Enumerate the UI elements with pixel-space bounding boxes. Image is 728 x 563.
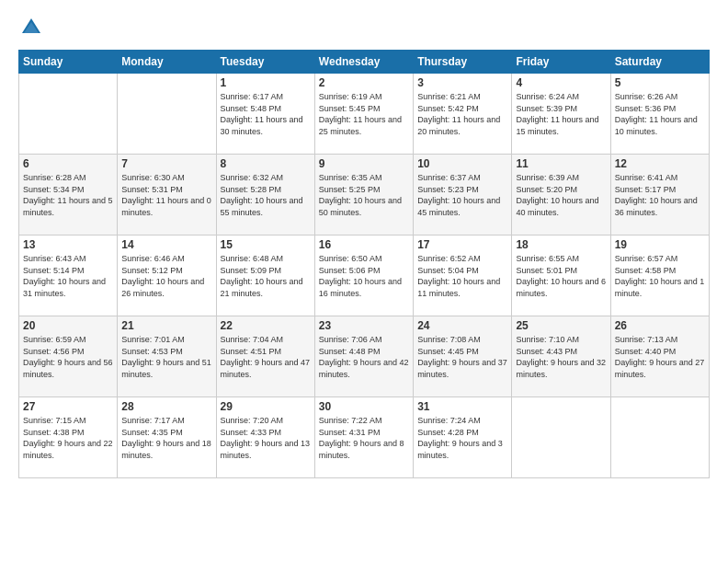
- day-number: 10: [417, 157, 507, 170]
- calendar-cell: 11Sunrise: 6:39 AM Sunset: 5:20 PM Dayli…: [512, 155, 610, 236]
- calendar-cell: 24Sunrise: 7:08 AM Sunset: 4:45 PM Dayli…: [414, 316, 512, 397]
- calendar-cell: 9Sunrise: 6:35 AM Sunset: 5:25 PM Daylig…: [314, 155, 413, 236]
- day-info: Sunrise: 7:17 AM Sunset: 4:35 PM Dayligh…: [121, 415, 211, 461]
- calendar-cell: 22Sunrise: 7:04 AM Sunset: 4:51 PM Dayli…: [216, 316, 314, 397]
- day-number: 25: [516, 319, 606, 332]
- day-info: Sunrise: 7:22 AM Sunset: 4:31 PM Dayligh…: [319, 415, 409, 461]
- header-cell-friday: Friday: [512, 51, 610, 74]
- day-info: Sunrise: 6:17 AM Sunset: 5:48 PM Dayligh…: [221, 91, 311, 137]
- calendar-cell: 5Sunrise: 6:26 AM Sunset: 5:36 PM Daylig…: [610, 74, 709, 155]
- day-info: Sunrise: 6:43 AM Sunset: 5:14 PM Dayligh…: [23, 253, 113, 299]
- day-number: 13: [23, 238, 113, 251]
- day-info: Sunrise: 6:32 AM Sunset: 5:28 PM Dayligh…: [221, 172, 311, 218]
- calendar-cell: 6Sunrise: 6:28 AM Sunset: 5:34 PM Daylig…: [19, 155, 118, 236]
- day-info: Sunrise: 7:24 AM Sunset: 4:28 PM Dayligh…: [417, 415, 507, 461]
- day-number: 5: [615, 76, 705, 89]
- calendar-cell: 29Sunrise: 7:20 AM Sunset: 4:33 PM Dayli…: [216, 397, 314, 478]
- header-cell-sunday: Sunday: [19, 51, 118, 74]
- day-number: 8: [221, 157, 311, 170]
- week-row-2: 6Sunrise: 6:28 AM Sunset: 5:34 PM Daylig…: [19, 155, 710, 236]
- calendar-cell: 17Sunrise: 6:52 AM Sunset: 5:04 PM Dayli…: [414, 236, 512, 316]
- day-info: Sunrise: 6:19 AM Sunset: 5:45 PM Dayligh…: [319, 91, 409, 137]
- day-number: 4: [516, 76, 606, 89]
- day-info: Sunrise: 7:01 AM Sunset: 4:53 PM Dayligh…: [121, 334, 211, 380]
- logo: [18, 15, 48, 40]
- week-row-4: 20Sunrise: 6:59 AM Sunset: 4:56 PM Dayli…: [19, 316, 710, 397]
- page: SundayMondayTuesdayWednesdayThursdayFrid…: [0, 0, 728, 563]
- day-number: 29: [221, 400, 311, 413]
- calendar-cell: 25Sunrise: 7:10 AM Sunset: 4:43 PM Dayli…: [512, 316, 610, 397]
- day-number: 27: [23, 400, 113, 413]
- day-info: Sunrise: 6:39 AM Sunset: 5:20 PM Dayligh…: [516, 172, 606, 218]
- day-number: 21: [121, 319, 211, 332]
- day-number: 19: [615, 238, 705, 251]
- day-number: 11: [516, 157, 606, 170]
- day-info: Sunrise: 7:15 AM Sunset: 4:38 PM Dayligh…: [23, 415, 113, 461]
- week-row-3: 13Sunrise: 6:43 AM Sunset: 5:14 PM Dayli…: [19, 236, 710, 316]
- day-number: 17: [417, 238, 507, 251]
- day-info: Sunrise: 7:10 AM Sunset: 4:43 PM Dayligh…: [516, 334, 606, 380]
- calendar-cell: 7Sunrise: 6:30 AM Sunset: 5:31 PM Daylig…: [118, 155, 216, 236]
- logo-icon: [18, 15, 44, 40]
- day-number: 15: [221, 238, 311, 251]
- calendar-cell: 30Sunrise: 7:22 AM Sunset: 4:31 PM Dayli…: [314, 397, 413, 478]
- day-info: Sunrise: 6:50 AM Sunset: 5:06 PM Dayligh…: [319, 253, 409, 299]
- calendar-cell: 15Sunrise: 6:48 AM Sunset: 5:09 PM Dayli…: [216, 236, 314, 316]
- day-number: 31: [417, 400, 507, 413]
- day-info: Sunrise: 6:55 AM Sunset: 5:01 PM Dayligh…: [516, 253, 606, 299]
- calendar-cell: 3Sunrise: 6:21 AM Sunset: 5:42 PM Daylig…: [414, 74, 512, 155]
- calendar-cell: 14Sunrise: 6:46 AM Sunset: 5:12 PM Dayli…: [118, 236, 216, 316]
- day-number: 18: [516, 238, 606, 251]
- day-number: 2: [319, 76, 409, 89]
- day-number: 7: [121, 157, 211, 170]
- calendar-cell: [118, 74, 216, 155]
- calendar-cell: 12Sunrise: 6:41 AM Sunset: 5:17 PM Dayli…: [610, 155, 709, 236]
- day-info: Sunrise: 6:28 AM Sunset: 5:34 PM Dayligh…: [23, 172, 113, 218]
- day-info: Sunrise: 6:48 AM Sunset: 5:09 PM Dayligh…: [221, 253, 311, 299]
- day-info: Sunrise: 6:21 AM Sunset: 5:42 PM Dayligh…: [417, 91, 507, 137]
- day-info: Sunrise: 6:46 AM Sunset: 5:12 PM Dayligh…: [121, 253, 211, 299]
- header-cell-thursday: Thursday: [414, 51, 512, 74]
- calendar-cell: 26Sunrise: 7:13 AM Sunset: 4:40 PM Dayli…: [610, 316, 709, 397]
- day-number: 22: [221, 319, 311, 332]
- calendar-cell: 18Sunrise: 6:55 AM Sunset: 5:01 PM Dayli…: [512, 236, 610, 316]
- calendar-cell: 20Sunrise: 6:59 AM Sunset: 4:56 PM Dayli…: [19, 316, 118, 397]
- day-number: 28: [121, 400, 211, 413]
- header: [18, 15, 710, 40]
- calendar-cell: 27Sunrise: 7:15 AM Sunset: 4:38 PM Dayli…: [19, 397, 118, 478]
- calendar-cell: 16Sunrise: 6:50 AM Sunset: 5:06 PM Dayli…: [314, 236, 413, 316]
- day-number: 26: [615, 319, 705, 332]
- day-info: Sunrise: 6:37 AM Sunset: 5:23 PM Dayligh…: [417, 172, 507, 218]
- day-number: 24: [417, 319, 507, 332]
- day-info: Sunrise: 6:52 AM Sunset: 5:04 PM Dayligh…: [417, 253, 507, 299]
- calendar-cell: 21Sunrise: 7:01 AM Sunset: 4:53 PM Dayli…: [118, 316, 216, 397]
- calendar-cell: [610, 397, 709, 478]
- week-row-1: 1Sunrise: 6:17 AM Sunset: 5:48 PM Daylig…: [19, 74, 710, 155]
- calendar-cell: 19Sunrise: 6:57 AM Sunset: 4:58 PM Dayli…: [610, 236, 709, 316]
- calendar-cell: 4Sunrise: 6:24 AM Sunset: 5:39 PM Daylig…: [512, 74, 610, 155]
- day-number: 16: [319, 238, 409, 251]
- calendar-table: SundayMondayTuesdayWednesdayThursdayFrid…: [18, 50, 710, 478]
- day-info: Sunrise: 7:20 AM Sunset: 4:33 PM Dayligh…: [221, 415, 311, 461]
- day-number: 23: [319, 319, 409, 332]
- day-number: 3: [417, 76, 507, 89]
- calendar-cell: 2Sunrise: 6:19 AM Sunset: 5:45 PM Daylig…: [314, 74, 413, 155]
- calendar-cell: 31Sunrise: 7:24 AM Sunset: 4:28 PM Dayli…: [414, 397, 512, 478]
- calendar-cell: 13Sunrise: 6:43 AM Sunset: 5:14 PM Dayli…: [19, 236, 118, 316]
- calendar-cell: 1Sunrise: 6:17 AM Sunset: 5:48 PM Daylig…: [216, 74, 314, 155]
- day-info: Sunrise: 6:59 AM Sunset: 4:56 PM Dayligh…: [23, 334, 113, 380]
- day-info: Sunrise: 6:26 AM Sunset: 5:36 PM Dayligh…: [615, 91, 705, 137]
- calendar-cell: 10Sunrise: 6:37 AM Sunset: 5:23 PM Dayli…: [414, 155, 512, 236]
- day-info: Sunrise: 7:08 AM Sunset: 4:45 PM Dayligh…: [417, 334, 507, 380]
- day-number: 9: [319, 157, 409, 170]
- day-info: Sunrise: 6:35 AM Sunset: 5:25 PM Dayligh…: [319, 172, 409, 218]
- day-number: 1: [221, 76, 311, 89]
- header-cell-saturday: Saturday: [610, 51, 709, 74]
- calendar-cell: [19, 74, 118, 155]
- day-info: Sunrise: 6:24 AM Sunset: 5:39 PM Dayligh…: [516, 91, 606, 137]
- day-number: 30: [319, 400, 409, 413]
- week-row-5: 27Sunrise: 7:15 AM Sunset: 4:38 PM Dayli…: [19, 397, 710, 478]
- day-number: 12: [615, 157, 705, 170]
- calendar-cell: 8Sunrise: 6:32 AM Sunset: 5:28 PM Daylig…: [216, 155, 314, 236]
- day-info: Sunrise: 6:30 AM Sunset: 5:31 PM Dayligh…: [121, 172, 211, 218]
